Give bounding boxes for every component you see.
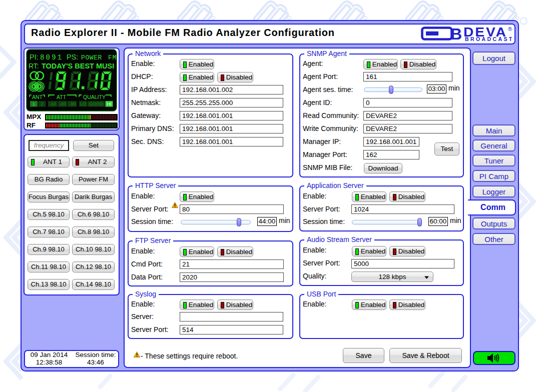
svg-text:-30: -30 [69, 101, 76, 106]
svg-text:TODAY'S BEST MUSI: TODAY'S BEST MUSI [42, 62, 114, 70]
svg-text:MPX: MPX [27, 113, 41, 120]
svg-text:LO: LO [80, 101, 87, 106]
svg-text:-20: -20 [59, 101, 66, 106]
svg-text:2: 2 [41, 101, 43, 106]
svg-text:RT:: RT: [29, 62, 39, 70]
svg-text:-10: -10 [49, 101, 56, 106]
svg-text:QUALITY: QUALITY [83, 94, 106, 100]
svg-text:PS:: PS: [67, 53, 78, 61]
svg-text:ATT: ATT [57, 94, 67, 100]
svg-text:GOOD: GOOD [89, 101, 103, 106]
svg-text:HI: HI [107, 101, 112, 106]
svg-text:RF: RF [27, 122, 36, 129]
svg-text:1: 1 [33, 101, 35, 106]
svg-text:FM: FM [108, 54, 117, 62]
svg-text:PI:: PI: [30, 53, 39, 61]
svg-text:ANT: ANT [32, 94, 43, 100]
svg-text:POWER: POWER [81, 54, 102, 62]
svg-text:8091: 8091 [40, 54, 63, 62]
svg-text:B: B [450, 26, 462, 42]
